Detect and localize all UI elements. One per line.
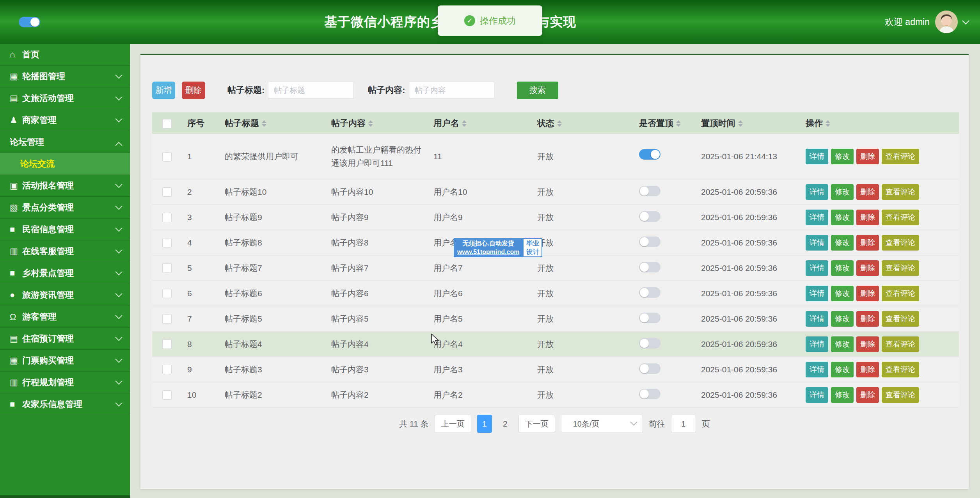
del-action-button[interactable]: 删除	[856, 184, 879, 200]
row-checkbox[interactable]	[162, 340, 172, 349]
sidebar-item-tourist[interactable]: Ω游客管理	[0, 306, 130, 328]
sort-caret-icon[interactable]	[557, 120, 562, 127]
column-header[interactable]: 用户名	[428, 112, 532, 134]
del-action-button[interactable]: 删除	[856, 362, 879, 377]
del-action-button[interactable]: 删除	[856, 210, 879, 225]
sidebar-item-online-service[interactable]: ▥在线客服管理	[0, 240, 130, 262]
select-all-checkbox[interactable]	[162, 119, 172, 128]
column-header[interactable]: 置顶时间	[696, 112, 800, 134]
del-action-button[interactable]: 删除	[856, 336, 879, 352]
comment-action-button[interactable]: 查看评论	[882, 149, 919, 164]
row-checkbox[interactable]	[162, 314, 172, 324]
pinned-toggle[interactable]	[639, 389, 660, 399]
del-action-button[interactable]: 删除	[856, 260, 879, 276]
view-action-button[interactable]: 详情	[806, 260, 828, 276]
sidebar-item-scenic-category[interactable]: ▧景点分类管理	[0, 197, 130, 219]
row-checkbox[interactable]	[162, 289, 172, 298]
avatar[interactable]	[935, 11, 958, 33]
row-checkbox[interactable]	[162, 263, 172, 273]
sort-caret-icon[interactable]	[262, 120, 266, 127]
next-page-button[interactable]: 下一页	[518, 415, 555, 433]
sidebar-item-travel-news[interactable]: ●旅游资讯管理	[0, 284, 130, 306]
view-action-button[interactable]: 详情	[806, 149, 828, 164]
edit-action-button[interactable]: 修改	[831, 336, 854, 352]
pinned-toggle[interactable]	[639, 338, 660, 349]
row-checkbox[interactable]	[162, 365, 172, 374]
delete-button[interactable]: 删除	[182, 82, 205, 99]
pinned-toggle[interactable]	[639, 149, 660, 160]
del-action-button[interactable]: 删除	[856, 235, 879, 251]
sidebar-item-activity-signup[interactable]: ▣活动报名管理	[0, 175, 130, 197]
post-title-input[interactable]	[268, 82, 354, 99]
row-checkbox[interactable]	[162, 187, 172, 197]
sidebar-item-lodging-booking[interactable]: ▤住宿预订管理	[0, 328, 130, 350]
pinned-toggle[interactable]	[639, 237, 660, 247]
view-action-button[interactable]: 详情	[806, 210, 828, 225]
pinned-toggle[interactable]	[639, 287, 660, 298]
comment-action-button[interactable]: 查看评论	[882, 336, 919, 352]
chevron-down-icon[interactable]	[962, 17, 969, 24]
comment-action-button[interactable]: 查看评论	[882, 286, 919, 301]
sort-caret-icon[interactable]	[676, 120, 681, 127]
column-header[interactable]: 帖子标题	[219, 112, 326, 134]
comment-action-button[interactable]: 查看评论	[882, 184, 919, 200]
row-checkbox[interactable]	[162, 213, 172, 222]
sidebar-item-merchant[interactable]: ♟商家管理	[0, 109, 130, 131]
view-action-button[interactable]: 详情	[806, 286, 828, 301]
page-number-1[interactable]: 1	[477, 415, 492, 433]
sidebar-item-village-scenic[interactable]: ■乡村景点管理	[0, 262, 130, 284]
column-header[interactable]: 状态	[532, 112, 634, 134]
sidebar-item-ticket-purchase[interactable]: ▦门票购买管理	[0, 350, 130, 372]
view-action-button[interactable]: 详情	[806, 336, 828, 352]
edit-action-button[interactable]: 修改	[831, 286, 854, 301]
sidebar-item-itinerary-plan[interactable]: ▥行程规划管理	[0, 372, 130, 393]
comment-action-button[interactable]: 查看评论	[882, 387, 919, 403]
edit-action-button[interactable]: 修改	[831, 362, 854, 377]
pinned-toggle[interactable]	[639, 313, 660, 323]
sort-caret-icon[interactable]	[462, 120, 467, 127]
del-action-button[interactable]: 删除	[856, 286, 879, 301]
pinned-toggle[interactable]	[639, 363, 660, 374]
del-action-button[interactable]: 删除	[856, 311, 879, 327]
goto-page-input[interactable]	[671, 415, 696, 433]
del-action-button[interactable]: 删除	[856, 387, 879, 403]
sort-caret-icon[interactable]	[826, 120, 830, 127]
comment-action-button[interactable]: 查看评论	[882, 311, 919, 327]
column-header[interactable]: 帖子内容	[326, 112, 428, 134]
edit-action-button[interactable]: 修改	[831, 184, 854, 200]
sidebar-item-banner[interactable]: ▦轮播图管理	[0, 66, 130, 87]
edit-action-button[interactable]: 修改	[831, 210, 854, 225]
comment-action-button[interactable]: 查看评论	[882, 260, 919, 276]
sort-caret-icon[interactable]	[368, 120, 373, 127]
column-header[interactable]: 操作	[800, 112, 959, 134]
view-action-button[interactable]: 详情	[806, 387, 828, 403]
row-checkbox[interactable]	[162, 152, 172, 162]
search-button[interactable]: 搜索	[517, 82, 558, 99]
pinned-toggle[interactable]	[639, 186, 660, 196]
row-checkbox[interactable]	[162, 238, 172, 247]
page-size-select[interactable]: 10条/页	[561, 415, 643, 433]
edit-action-button[interactable]: 修改	[831, 260, 854, 276]
pinned-toggle[interactable]	[639, 262, 660, 272]
pinned-toggle[interactable]	[639, 211, 660, 222]
add-button[interactable]: 新增	[152, 82, 175, 99]
sidebar-item-homestay-info[interactable]: ■民宿信息管理	[0, 219, 130, 240]
sidebar-item-forum-exchange[interactable]: 论坛交流	[0, 153, 130, 175]
edit-action-button[interactable]: 修改	[831, 387, 854, 403]
comment-action-button[interactable]: 查看评论	[882, 362, 919, 377]
sidebar-item-forum[interactable]: 论坛管理	[0, 131, 130, 153]
edit-action-button[interactable]: 修改	[831, 149, 854, 164]
view-action-button[interactable]: 详情	[806, 311, 828, 327]
comment-action-button[interactable]: 查看评论	[882, 235, 919, 251]
post-content-input[interactable]	[409, 82, 495, 99]
row-checkbox[interactable]	[162, 390, 172, 400]
view-action-button[interactable]: 详情	[806, 362, 828, 377]
column-header[interactable]: 是否置顶	[634, 112, 696, 134]
sidebar-item-farmstay-info[interactable]: ■农家乐信息管理	[0, 393, 130, 415]
sidebar-item-home[interactable]: ⌂首页	[0, 44, 130, 66]
sidebar-item-culture-activity[interactable]: ▤文旅活动管理	[0, 87, 130, 109]
prev-page-button[interactable]: 上一页	[435, 415, 471, 433]
view-action-button[interactable]: 详情	[806, 235, 828, 251]
edit-action-button[interactable]: 修改	[831, 235, 854, 251]
del-action-button[interactable]: 删除	[856, 149, 879, 164]
